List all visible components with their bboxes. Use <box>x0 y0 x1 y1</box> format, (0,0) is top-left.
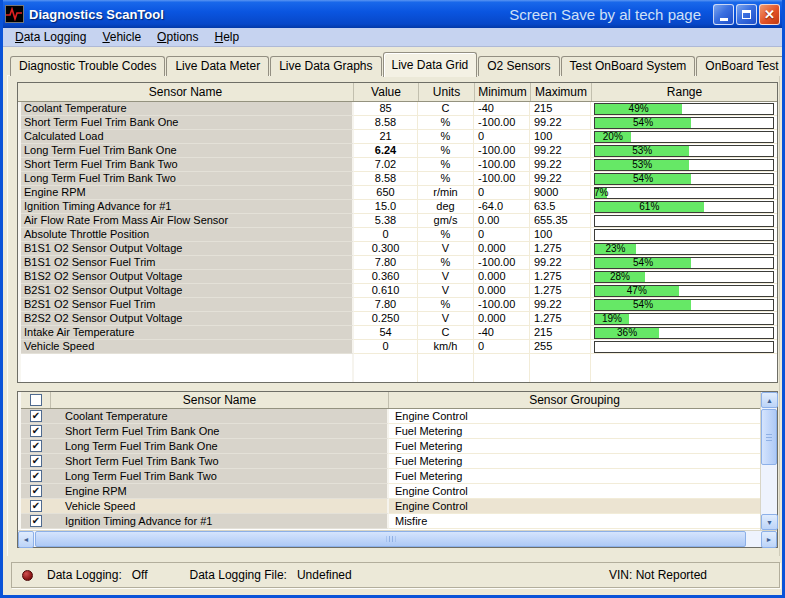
sensor-checkbox[interactable]: ✔ <box>30 410 42 422</box>
tab-live-data-grid[interactable]: Live Data Grid <box>383 52 478 77</box>
scroll-up-button[interactable]: ▲ <box>761 392 778 408</box>
select-all-checkbox[interactable] <box>30 394 42 406</box>
live-grid-row[interactable]: Absolute Throttle Position0%0100 <box>21 228 777 242</box>
sensor-table-row[interactable]: ✔Long Term Fuel Trim Bank TwoFuel Meteri… <box>21 469 760 484</box>
live-grid-row[interactable]: Coolant Temperature85C-4021549% <box>21 102 777 116</box>
maximum-cell: 215 <box>530 326 591 340</box>
select-all-cell <box>21 392 51 408</box>
live-grid-row[interactable]: Long Term Fuel Trim Bank Two8.58%-100.00… <box>21 172 777 186</box>
range-cell: 36% <box>591 326 777 340</box>
scroll-left-button[interactable]: ◄ <box>18 531 34 548</box>
sensor-grouping-cell: Engine Control <box>389 409 760 424</box>
live-grid-row[interactable]: B2S2 O2 Sensor Output Voltage0.250V0.000… <box>21 312 777 326</box>
live-grid-row[interactable]: Short Term Fuel Trim Bank One8.58%-100.0… <box>21 116 777 130</box>
range-bar-track: 20% <box>594 131 774 143</box>
maximum-cell: 99.22 <box>530 158 591 172</box>
sensor-table-row[interactable]: ✔Short Term Fuel Trim Bank TwoFuel Meter… <box>21 454 760 469</box>
checkbox-cell: ✔ <box>21 514 51 529</box>
maximum-cell: 1.275 <box>530 312 591 326</box>
range-bar-track: 53% <box>594 145 774 157</box>
live-grid-row[interactable]: Calculated Load21%010020% <box>21 130 777 144</box>
maximize-button[interactable] <box>736 4 757 25</box>
sensor-name-cell: Long Term Fuel Trim Bank Two <box>21 172 354 186</box>
title-bar: Diagnostics ScanTool Screen Save by al t… <box>0 0 785 28</box>
range-bar: 20% <box>595 132 631 142</box>
units-cell: % <box>418 172 474 186</box>
live-grid-row[interactable]: B2S1 O2 Sensor Output Voltage0.610V0.000… <box>21 284 777 298</box>
minimum-cell: -40 <box>474 102 530 116</box>
sensor-table-row[interactable]: ✔Ignition Timing Advance for #1Misfire <box>21 514 760 529</box>
units-cell: gm/s <box>418 214 474 228</box>
horizontal-scroll-track[interactable] <box>747 531 761 547</box>
close-button[interactable]: ✕ <box>759 4 780 25</box>
tab-live-data-graphs[interactable]: Live Data Graphs <box>270 56 381 76</box>
range-bar: 28% <box>595 272 645 282</box>
live-grid-row[interactable]: B2S1 O2 Sensor Fuel Trim7.80%-100.0099.2… <box>21 298 777 312</box>
sensor-name-cell: B1S1 O2 Sensor Output Voltage <box>21 242 354 256</box>
sensor-grouping-cell: Engine Control <box>389 499 760 514</box>
tab-onboard-test-results[interactable]: OnBoard Test Results <box>696 56 785 76</box>
units-cell: % <box>418 116 474 130</box>
scroll-down-button[interactable]: ▼ <box>761 514 778 530</box>
vertical-scroll-track[interactable] <box>761 466 777 514</box>
tab-test-onboard-system[interactable]: Test OnBoard System <box>561 56 696 76</box>
sensor-checkbox[interactable]: ✔ <box>30 425 42 437</box>
live-grid-row[interactable]: Short Term Fuel Trim Bank Two7.02%-100.0… <box>21 158 777 172</box>
value-cell: 8.58 <box>354 116 418 130</box>
sensor-table-row[interactable]: ✔Vehicle SpeedEngine Control <box>21 499 760 514</box>
vertical-scroll-thumb[interactable] <box>761 409 777 465</box>
units-cell: % <box>418 298 474 312</box>
sensor-table-row[interactable]: ✔Engine RPMEngine Control <box>21 484 760 499</box>
checkbox-cell: ✔ <box>21 469 51 484</box>
checkmark-icon: ✔ <box>32 441 40 451</box>
tab-diagnostic-trouble-codes[interactable]: Diagnostic Trouble Codes <box>10 56 165 76</box>
value-cell: 7.02 <box>354 158 418 172</box>
checkmark-icon: ✔ <box>32 501 40 511</box>
maximum-cell: 215 <box>530 102 591 116</box>
sensor-table-row[interactable]: ✔Short Term Fuel Trim Bank OneFuel Meter… <box>21 424 760 439</box>
live-grid-row[interactable]: B1S1 O2 Sensor Fuel Trim7.80%-100.0099.2… <box>21 256 777 270</box>
sensor-grouping-cell: Fuel Metering <box>389 454 760 469</box>
menu-item-options[interactable]: Options <box>149 29 206 45</box>
range-percent-label: 49% <box>629 104 649 114</box>
live-grid-row[interactable]: B1S1 O2 Sensor Output Voltage0.300V0.000… <box>21 242 777 256</box>
scroll-right-button[interactable]: ► <box>761 531 777 548</box>
sensor-checkbox[interactable]: ✔ <box>30 440 42 452</box>
range-bar-track: 53% <box>594 159 774 171</box>
range-bar-track: 19% <box>594 313 774 325</box>
minimize-button[interactable] <box>713 4 734 25</box>
sensor-table-row[interactable]: ✔Coolant TemperatureEngine Control <box>21 409 760 424</box>
live-grid-row[interactable]: Long Term Fuel Trim Bank One6.24%-100.00… <box>21 144 777 158</box>
units-cell: % <box>418 158 474 172</box>
menu-item-help[interactable]: Help <box>206 29 247 45</box>
menu-item-data-logging[interactable]: Data Logging <box>7 29 94 45</box>
live-grid-row[interactable]: B1S2 O2 Sensor Output Voltage0.360V0.000… <box>21 270 777 284</box>
sensor-name-cell: Calculated Load <box>21 130 354 144</box>
horizontal-scroll-thumb[interactable] <box>35 531 746 547</box>
sensor-checkbox[interactable]: ✔ <box>30 500 42 512</box>
sensor-name-cell: Ignition Timing Advance for #1 <box>51 514 389 529</box>
minimum-cell: 0 <box>474 186 530 200</box>
minimum-cell: -100.00 <box>474 172 530 186</box>
value-cell: 7.80 <box>354 298 418 312</box>
minimize-icon <box>720 18 728 21</box>
range-cell: 23% <box>591 242 777 256</box>
header-sensor-name: Sensor Name <box>18 83 354 101</box>
range-bar: 54% <box>595 174 691 184</box>
tab-o2-sensors[interactable]: O2 Sensors <box>478 56 559 76</box>
sensor-checkbox[interactable]: ✔ <box>30 515 42 527</box>
value-cell: 650 <box>354 186 418 200</box>
live-grid-row[interactable]: Ignition Timing Advance for #115.0deg-64… <box>21 200 777 214</box>
sensor-table-row[interactable]: ✔Long Term Fuel Trim Bank OneFuel Meteri… <box>21 439 760 454</box>
sensor-checkbox[interactable]: ✔ <box>30 470 42 482</box>
sensor-checkbox[interactable]: ✔ <box>30 455 42 467</box>
units-cell: V <box>418 270 474 284</box>
tab-live-data-meter[interactable]: Live Data Meter <box>166 56 269 76</box>
live-grid-row[interactable]: Intake Air Temperature54C-4021536% <box>21 326 777 340</box>
menu-item-vehicle[interactable]: Vehicle <box>94 29 149 45</box>
live-grid-row[interactable]: Vehicle Speed0km/h0255 <box>21 340 777 354</box>
maximum-cell: 1.275 <box>530 242 591 256</box>
sensor-checkbox[interactable]: ✔ <box>30 485 42 497</box>
live-grid-row[interactable]: Air Flow Rate From Mass Air Flow Sensor5… <box>21 214 777 228</box>
live-grid-row[interactable]: Engine RPM650r/min090007% <box>21 186 777 200</box>
